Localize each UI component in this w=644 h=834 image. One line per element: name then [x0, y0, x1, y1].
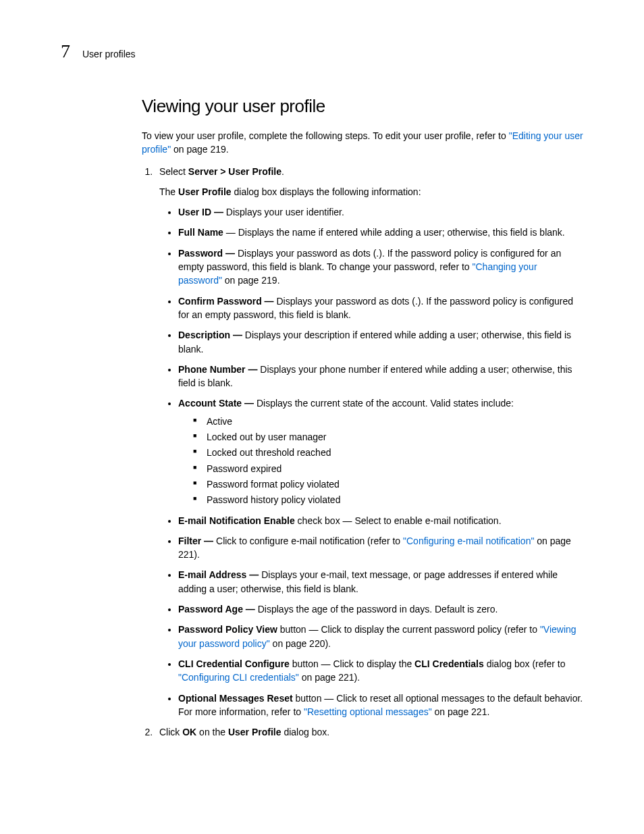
content-body: Viewing your user profile To view your u…: [142, 96, 583, 739]
step2-mid: on the: [196, 727, 228, 737]
field-account-state-label: Account State —: [178, 398, 257, 409]
step1-dialog-post: dialog box displays the following inform…: [232, 186, 421, 197]
field-password-label: Password —: [178, 248, 238, 259]
field-optional-label: Optional Messages Reset: [178, 693, 293, 704]
step-2: Click OK on the User Profile dialog box.: [155, 725, 583, 739]
page-header: 7 User profiles: [61, 41, 583, 62]
field-phone-label: Phone Number —: [178, 364, 260, 375]
field-filter: Filter — Click to configure e-mail notif…: [178, 534, 583, 562]
field-optional: Optional Messages Reset button — Click t…: [178, 692, 583, 719]
field-description: Description — Displays your description …: [178, 328, 583, 356]
field-policy-view-post: on page 220).: [270, 638, 331, 649]
field-cli: CLI Credential Configure button — Click …: [178, 657, 583, 685]
field-list: User ID — Displays your user identifier.…: [159, 205, 583, 719]
field-password-age-desc: Displays the age of the password in days…: [258, 604, 498, 615]
state-history-violated: Password history policy violated: [193, 493, 583, 506]
field-full-name-desc: — Displays the name if entered while add…: [223, 227, 565, 238]
field-email-enable-label: E-mail Notification Enable: [178, 515, 295, 526]
step2-ok: OK: [182, 727, 196, 737]
field-phone: Phone Number — Displays your phone numbe…: [178, 363, 583, 390]
field-user-id-label: User ID —: [178, 207, 226, 217]
field-user-id: User ID — Displays your user identifier.: [178, 205, 583, 219]
link-resetting-optional[interactable]: "Resetting optional messages": [304, 706, 432, 717]
field-cli-mid2: dialog box (refer to: [484, 658, 566, 669]
document-page: 7 User profiles Viewing your user profil…: [0, 0, 644, 786]
intro-text-pre: To view your user profile, complete the …: [142, 130, 509, 141]
field-cli-bold2: CLI Credentials: [414, 658, 484, 669]
step1-dialog-name: User Profile: [178, 186, 232, 197]
step2-post: dialog box.: [281, 727, 330, 737]
field-policy-view-label: Password Policy View: [178, 624, 277, 635]
link-cli-credentials[interactable]: "Configuring CLI credentials": [178, 672, 299, 683]
field-account-state-desc: Displays the current state of the accoun…: [257, 398, 514, 409]
field-filter-pre: Click to configure e-mail notification (…: [216, 536, 403, 546]
field-email-enable-desc: check box — Select to enable e-mail noti…: [295, 515, 502, 526]
field-password-post: on page 219.: [222, 275, 280, 286]
intro-paragraph: To view your user profile, complete the …: [142, 129, 583, 157]
header-breadcrumb: User profiles: [82, 49, 136, 59]
account-state-list: Active Locked out by user manager Locked…: [178, 415, 583, 507]
field-full-name: Full Name — Displays the name if entered…: [178, 226, 583, 239]
step1-prefix: Select: [159, 166, 188, 177]
field-description-label: Description —: [178, 330, 245, 340]
state-format-violated: Password format policy violated: [193, 477, 583, 491]
steps-list: Select Server > User Profile. The User P…: [142, 165, 583, 739]
step1-menu: Server > User Profile: [188, 166, 281, 177]
step2-dialog: User Profile: [228, 727, 281, 737]
field-email-enable: E-mail Notification Enable check box — S…: [178, 514, 583, 527]
link-configuring-email[interactable]: "Configuring e-mail notification": [403, 536, 534, 546]
state-active: Active: [193, 415, 583, 428]
state-locked-manager: Locked out by user manager: [193, 430, 583, 444]
field-email-address: E-mail Address — Displays your e-mail, t…: [178, 568, 583, 596]
field-cli-label: CLI Credential Configure: [178, 658, 290, 669]
state-locked-threshold: Locked out threshold reached: [193, 446, 583, 459]
step1-suffix: .: [281, 166, 284, 177]
field-confirm-password: Confirm Password — Displays your passwor…: [178, 294, 583, 322]
field-optional-post: on page 221.: [432, 706, 490, 717]
step-1: Select Server > User Profile. The User P…: [155, 165, 583, 719]
field-cli-mid1: button — Click to display the: [290, 658, 414, 669]
field-password-age: Password Age — Displays the age of the p…: [178, 602, 583, 616]
field-policy-view: Password Policy View button — Click to d…: [178, 623, 583, 650]
field-filter-label: Filter —: [178, 536, 216, 546]
step1-dialog-pre: The: [159, 186, 178, 197]
state-password-expired: Password expired: [193, 462, 583, 475]
field-user-id-desc: Displays your user identifier.: [226, 207, 344, 217]
field-cli-post: on page 221).: [299, 672, 360, 683]
step2-pre: Click: [159, 727, 182, 737]
field-policy-view-mid: button — Click to display the current pa…: [277, 624, 540, 635]
field-password-age-label: Password Age —: [178, 604, 258, 615]
chapter-number: 7: [61, 41, 70, 62]
field-confirm-password-label: Confirm Password —: [178, 296, 276, 307]
field-full-name-label: Full Name: [178, 227, 223, 238]
field-password: Password — Displays your password as dot…: [178, 246, 583, 288]
section-title: Viewing your user profile: [142, 96, 583, 117]
field-account-state: Account State — Displays the current sta…: [178, 396, 583, 506]
step1-dialog-line: The User Profile dialog box displays the…: [159, 185, 583, 199]
intro-text-post: on page 219.: [171, 144, 229, 155]
field-email-address-label: E-mail Address —: [178, 569, 261, 580]
